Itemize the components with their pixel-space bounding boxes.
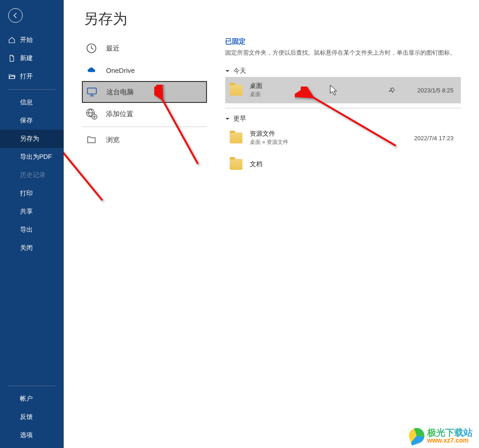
- folder-icon: [85, 133, 98, 146]
- main-panel: 另存为 最近 OneDrive 这台电脑: [64, 0, 479, 448]
- nav-share[interactable]: 共享: [0, 203, 64, 221]
- nav-label: 开始: [20, 36, 33, 44]
- nav-feedback[interactable]: 反馈: [0, 408, 64, 426]
- folder-icon: [230, 85, 242, 96]
- pinned-description: 固定所需文件夹，方便以后查找。鼠标悬停在某个文件夹上方时，单击显示的图钉图标。: [225, 49, 461, 57]
- folder-icon: [230, 132, 242, 143]
- folder-row-resources[interactable]: 资源文件 桌面 » 资源文件 2022/7/4 17:23: [225, 125, 461, 151]
- nav-account[interactable]: 帐户: [0, 390, 64, 408]
- folder-icon: [230, 159, 242, 170]
- nav-exportpdf[interactable]: 导出为PDF: [0, 148, 64, 166]
- watermark-url: www.xz7.com: [427, 437, 473, 443]
- nav-options[interactable]: 选项: [0, 426, 64, 444]
- folder-row-documents[interactable]: 文档: [225, 151, 461, 178]
- nav-label: 打印: [20, 189, 33, 198]
- cloud-icon: [85, 64, 98, 76]
- nav-label: 导出: [20, 226, 33, 234]
- watermark-logo-icon: [407, 426, 427, 446]
- nav-label: 帐户: [20, 395, 33, 403]
- location-thispc[interactable]: 这台电脑: [82, 81, 207, 103]
- folder-name: 文档: [250, 160, 403, 168]
- location-label: 添加位置: [106, 110, 133, 118]
- folder-date: 2022/7/4 17:23: [403, 135, 454, 142]
- nav-label: 关闭: [20, 244, 33, 252]
- nav-label: 反馈: [20, 413, 33, 421]
- group-label: 更早: [233, 115, 246, 123]
- location-addplace[interactable]: 添加位置: [82, 103, 207, 125]
- arrow-left-icon: [12, 12, 19, 19]
- nav-close[interactable]: 关闭: [0, 239, 64, 257]
- group-header-earlier[interactable]: 更早: [225, 115, 461, 123]
- globe-plus-icon: [85, 107, 98, 120]
- nav-label: 历史记录: [20, 171, 45, 179]
- caret-down-icon: [225, 69, 230, 73]
- nav-separator: [8, 89, 55, 90]
- watermark-text: 极光下载站: [427, 428, 473, 437]
- pin-icon[interactable]: [388, 87, 395, 94]
- home-icon: [8, 36, 15, 44]
- clock-icon: [85, 42, 98, 55]
- folder-name: 桌面: [250, 82, 388, 90]
- nav-label: 导出为PDF: [20, 153, 52, 161]
- location-label: OneDrive: [106, 66, 135, 74]
- folder-path: 桌面 » 资源文件: [250, 138, 403, 146]
- nav-print[interactable]: 打印: [0, 184, 64, 203]
- recent-folders: 已固定 固定所需文件夹，方便以后查找。鼠标悬停在某个文件夹上方时，单击显示的图钉…: [225, 37, 461, 178]
- location-label: 浏览: [106, 136, 120, 144]
- back-button[interactable]: [8, 8, 23, 23]
- nav-label: 另存为: [20, 135, 39, 143]
- folder-path: 桌面: [250, 91, 388, 98]
- pinned-header: 已固定: [225, 37, 461, 46]
- nav-export[interactable]: 导出: [0, 221, 64, 239]
- folder-open-icon: [8, 73, 15, 80]
- nav-label: 保存: [20, 117, 33, 125]
- nav-label: 新建: [20, 54, 33, 62]
- nav-label: 信息: [20, 98, 33, 107]
- nav-info[interactable]: 信息: [0, 93, 64, 112]
- save-locations: 最近 OneDrive 这台电脑 添加位置: [82, 37, 207, 178]
- location-recent[interactable]: 最近: [82, 37, 207, 59]
- folder-date: 2023/1/5 8:25: [403, 87, 454, 94]
- sidebar: 开始 新建 打开 信息 保存 另存为 导出为PDF 历史记录 打印 共享 导出 …: [0, 0, 64, 448]
- nav-open[interactable]: 打开: [0, 67, 64, 86]
- nav-history: 历史记录: [0, 166, 64, 184]
- folder-name: 资源文件: [250, 130, 403, 138]
- nav-separator: [8, 386, 55, 386]
- nav-save[interactable]: 保存: [0, 112, 64, 130]
- group-label: 今天: [233, 67, 246, 75]
- group-header-today[interactable]: 今天: [225, 67, 461, 75]
- nav-label: 打开: [20, 72, 33, 81]
- location-browse[interactable]: 浏览: [82, 129, 207, 151]
- location-onedrive[interactable]: OneDrive: [82, 59, 207, 81]
- page-title: 另存为: [84, 9, 461, 29]
- caret-down-icon: [225, 117, 230, 121]
- nav-new[interactable]: 新建: [0, 49, 64, 67]
- nav-label: 选项: [20, 431, 33, 439]
- nav-saveas[interactable]: 另存为: [0, 130, 64, 148]
- recent-separator: [225, 108, 461, 108]
- location-label: 这台电脑: [106, 88, 134, 97]
- file-icon: [8, 55, 15, 62]
- nav-label: 共享: [20, 208, 33, 216]
- folder-row-desktop[interactable]: 桌面 桌面 2023/1/5 8:25: [225, 77, 461, 103]
- location-separator: [82, 127, 207, 127]
- location-label: 最近: [106, 44, 120, 53]
- svg-rect-1: [87, 88, 96, 94]
- nav-home[interactable]: 开始: [0, 31, 64, 49]
- pc-icon: [86, 86, 98, 98]
- watermark: 极光下载站 www.xz7.com: [409, 428, 473, 443]
